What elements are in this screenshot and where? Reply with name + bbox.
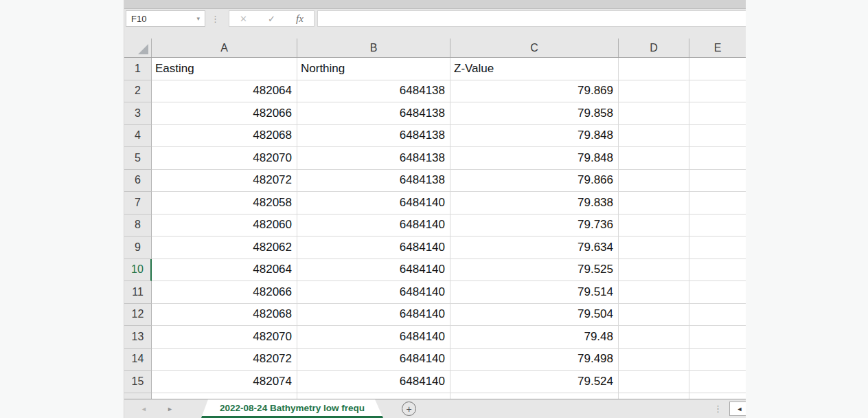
cell-b5[interactable]: 6484138 xyxy=(297,147,450,170)
cell-d4[interactable] xyxy=(619,125,689,148)
cell-c4[interactable]: 79.848 xyxy=(450,125,619,148)
row-header-12[interactable]: 12 xyxy=(124,304,152,327)
column-header-a[interactable]: A xyxy=(152,38,297,57)
cell-e1[interactable] xyxy=(689,58,746,80)
cancel-icon[interactable]: ✕ xyxy=(240,14,247,24)
cell-a3[interactable]: 482066 xyxy=(152,102,297,125)
cell-e4[interactable] xyxy=(689,125,746,148)
cell-a14[interactable]: 482072 xyxy=(152,349,297,371)
row-header-5[interactable]: 5 xyxy=(124,147,152,170)
cell-b14[interactable]: 6484140 xyxy=(297,349,450,371)
cell-b4[interactable]: 6484138 xyxy=(297,125,450,148)
cell-c6[interactable]: 79.866 xyxy=(450,170,619,192)
cell-a16[interactable] xyxy=(152,393,297,399)
cell-c9[interactable]: 79.634 xyxy=(450,236,619,259)
cell-c14[interactable]: 79.498 xyxy=(450,349,619,371)
cell-d2[interactable] xyxy=(619,80,689,103)
row-header-13[interactable]: 13 xyxy=(124,326,152,349)
cell-e7[interactable] xyxy=(689,192,746,214)
cell-e2[interactable] xyxy=(689,80,746,103)
cell-d10[interactable] xyxy=(619,259,689,282)
next-sheet-icon[interactable]: ► xyxy=(167,399,173,418)
cell-d5[interactable] xyxy=(619,147,689,170)
cell-d11[interactable] xyxy=(619,281,689,304)
row-header-4[interactable]: 4 xyxy=(124,125,152,148)
row-header-11[interactable]: 11 xyxy=(124,281,152,304)
column-header-b[interactable]: B xyxy=(297,38,450,57)
cell-c3[interactable]: 79.858 xyxy=(450,102,619,125)
cell-a4[interactable]: 482068 xyxy=(152,125,297,148)
select-all-corner[interactable] xyxy=(124,38,152,57)
cell-b2[interactable]: 6484138 xyxy=(297,80,450,103)
cell-c2[interactable]: 79.869 xyxy=(450,80,619,103)
cell-a5[interactable]: 482070 xyxy=(152,147,297,170)
scroll-left-icon[interactable]: ◄ xyxy=(729,402,746,416)
cell-b3[interactable]: 6484138 xyxy=(297,102,450,125)
cell-b10[interactable]: 6484140 xyxy=(297,259,450,282)
cell-a6[interactable]: 482072 xyxy=(152,170,297,192)
cell-b12[interactable]: 6484140 xyxy=(297,304,450,327)
row-header-2[interactable]: 2 xyxy=(124,80,152,103)
cell-e9[interactable] xyxy=(689,236,746,259)
row-header-8[interactable]: 8 xyxy=(124,214,152,237)
cell-d13[interactable] xyxy=(619,326,689,349)
cell-b11[interactable]: 6484140 xyxy=(297,281,450,304)
cell-e6[interactable] xyxy=(689,170,746,192)
row-header-16[interactable]: 16 xyxy=(124,393,152,399)
enter-icon[interactable]: ✓ xyxy=(268,14,275,24)
active-sheet-tab[interactable]: 2022-08-24 Bathymetry low frequ xyxy=(201,399,383,418)
row-header-9[interactable]: 9 xyxy=(124,236,152,259)
cell-e8[interactable] xyxy=(689,214,746,237)
cell-a11[interactable]: 482066 xyxy=(152,281,297,304)
column-header-c[interactable]: C xyxy=(450,38,619,57)
cell-a8[interactable]: 482060 xyxy=(152,214,297,237)
cell-d8[interactable] xyxy=(619,214,689,237)
cell-c7[interactable]: 79.838 xyxy=(450,192,619,214)
cell-b16[interactable] xyxy=(297,393,450,399)
cell-c13[interactable]: 79.48 xyxy=(450,326,619,349)
row-header-14[interactable]: 14 xyxy=(124,349,152,371)
cell-c16[interactable] xyxy=(450,393,619,399)
column-header-d[interactable]: D xyxy=(619,38,689,57)
cell-b6[interactable]: 6484138 xyxy=(297,170,450,192)
cell-c15[interactable]: 79.524 xyxy=(450,371,619,393)
cell-e5[interactable] xyxy=(689,147,746,170)
cell-e15[interactable] xyxy=(689,371,746,393)
row-header-7[interactable]: 7 xyxy=(124,192,152,214)
formula-bar-input[interactable] xyxy=(317,10,746,27)
row-header-3[interactable]: 3 xyxy=(124,102,152,125)
name-box[interactable]: F10 ▾ xyxy=(126,10,205,27)
cell-c10[interactable]: 79.525 xyxy=(450,259,619,282)
cell-b1[interactable]: Northing xyxy=(297,58,450,80)
cell-d9[interactable] xyxy=(619,236,689,259)
cell-c11[interactable]: 79.514 xyxy=(450,281,619,304)
scrollbar-drag-handle-icon[interactable]: ⋮ xyxy=(713,399,722,418)
cell-e10[interactable] xyxy=(689,259,746,282)
cell-d14[interactable] xyxy=(619,349,689,371)
cell-a1[interactable]: Easting xyxy=(152,58,297,80)
cell-a9[interactable]: 482062 xyxy=(152,236,297,259)
cell-c5[interactable]: 79.848 xyxy=(450,147,619,170)
cell-d16[interactable] xyxy=(619,393,689,399)
cell-a2[interactable]: 482064 xyxy=(152,80,297,103)
cell-b15[interactable]: 6484140 xyxy=(297,371,450,393)
row-header-1[interactable]: 1 xyxy=(124,58,152,80)
cell-d6[interactable] xyxy=(619,170,689,192)
cell-d1[interactable] xyxy=(619,58,689,80)
cell-c12[interactable]: 79.504 xyxy=(450,304,619,327)
row-header-10[interactable]: 10 xyxy=(124,259,152,282)
cell-b7[interactable]: 6484140 xyxy=(297,192,450,214)
add-sheet-icon[interactable]: + xyxy=(402,402,416,416)
cell-b8[interactable]: 6484140 xyxy=(297,214,450,237)
cell-a10[interactable]: 482064 xyxy=(152,259,297,282)
prev-sheet-icon[interactable]: ◄ xyxy=(141,399,147,418)
cell-c8[interactable]: 79.736 xyxy=(450,214,619,237)
cell-b13[interactable]: 6484140 xyxy=(297,326,450,349)
cell-d15[interactable] xyxy=(619,371,689,393)
cell-d7[interactable] xyxy=(619,192,689,214)
cell-e14[interactable] xyxy=(689,349,746,371)
cell-c1[interactable]: Z-Value xyxy=(450,58,619,80)
cell-e16[interactable] xyxy=(689,393,746,399)
formula-bar-drag-handle-icon[interactable]: ⋮ xyxy=(211,10,220,27)
cell-e13[interactable] xyxy=(689,326,746,349)
